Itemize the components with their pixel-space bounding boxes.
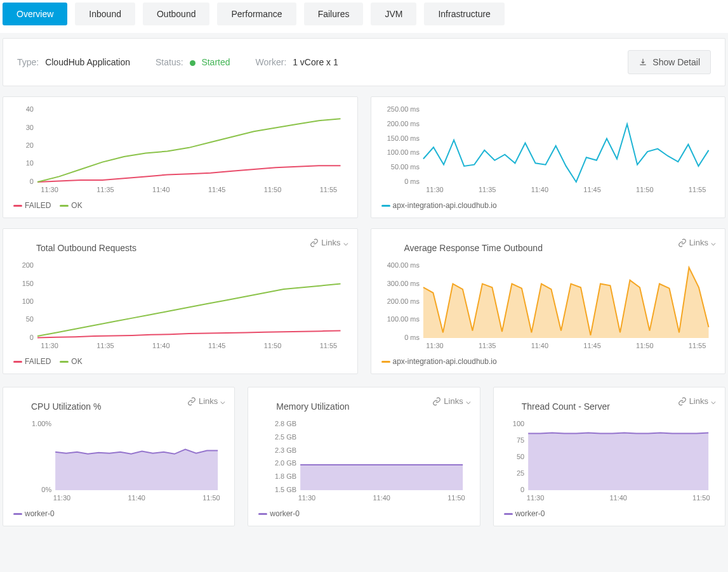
svg-text:11:55: 11:55 <box>320 342 337 349</box>
status-label: Status: <box>156 57 183 67</box>
svg-text:0: 0 <box>30 334 34 341</box>
legend-ok: OK <box>71 357 82 366</box>
legend-worker: worker-0 <box>270 509 300 518</box>
inbound-response-card: 0 ms50.00 ms100.00 ms150.00 ms200.00 ms2… <box>371 96 726 218</box>
card-title: Average Response Time Outbound <box>404 243 715 253</box>
svg-text:11:40: 11:40 <box>531 186 548 193</box>
status-value: Started <box>201 57 230 67</box>
outbound-response-card: Links ⌵ Average Response Time Outbound 0… <box>371 228 726 374</box>
svg-text:11:50: 11:50 <box>636 186 653 193</box>
svg-text:0: 0 <box>30 178 34 185</box>
type-label: Type: <box>17 57 39 67</box>
svg-text:0 ms: 0 ms <box>404 334 420 341</box>
show-detail-button[interactable]: Show Detail <box>628 50 711 74</box>
download-icon <box>639 58 647 67</box>
svg-text:11:40: 11:40 <box>128 494 145 502</box>
svg-text:11:30: 11:30 <box>426 342 443 349</box>
threads-chart: 025507510011:3011:4011:50 <box>506 420 715 503</box>
cpu-chart: 0%1.00%11:3011:4011:50 <box>16 420 224 503</box>
outbound-requests-card: Links ⌵ Total Outbound Requests 05010015… <box>3 228 358 374</box>
worker-field: Worker: 1 vCore x 1 <box>256 57 338 67</box>
link-icon <box>678 238 687 247</box>
show-detail-label: Show Detail <box>652 57 700 67</box>
threads-card: Links ⌵ Thread Count - Server 0255075100… <box>493 387 725 526</box>
legend-failed: FAILED <box>25 201 51 210</box>
tab-bar: Overview Inbound Outbound Performance Fa… <box>0 0 728 33</box>
svg-text:0 ms: 0 ms <box>404 178 420 185</box>
svg-text:100: 100 <box>512 420 524 427</box>
links-label: Links <box>689 238 708 247</box>
svg-text:10: 10 <box>26 159 34 167</box>
svg-text:30: 30 <box>26 124 34 131</box>
tab-jvm[interactable]: JVM <box>371 3 416 25</box>
links-dropdown[interactable]: Links ⌵ <box>678 238 716 247</box>
cpu-legend: worker-0 <box>13 509 224 518</box>
chevron-down-icon: ⌵ <box>220 396 225 406</box>
svg-text:400.00 ms: 400.00 ms <box>387 262 420 269</box>
links-dropdown[interactable]: Links ⌵ <box>432 396 470 406</box>
svg-text:0%: 0% <box>41 486 51 493</box>
svg-text:11:30: 11:30 <box>526 494 544 502</box>
svg-text:25: 25 <box>517 469 524 477</box>
tab-failures[interactable]: Failures <box>304 3 364 25</box>
inbound-legend: FAILED OK <box>13 201 347 210</box>
chevron-down-icon: ⌵ <box>343 238 348 247</box>
svg-text:50: 50 <box>26 315 34 323</box>
svg-text:100.00 ms: 100.00 ms <box>387 148 420 156</box>
memory-chart: 1.5 GB1.8 GB2.0 GB2.3 GB2.5 GB2.8 GB11:3… <box>261 420 469 503</box>
svg-text:11:30: 11:30 <box>41 186 58 193</box>
tab-infrastructure[interactable]: Infrastructure <box>424 3 504 25</box>
svg-text:11:40: 11:40 <box>531 342 548 349</box>
chevron-down-icon: ⌵ <box>711 396 716 406</box>
inbound-requests-card: 01020304011:3011:3511:4011:4511:5011:55 … <box>3 96 358 218</box>
svg-text:100.00 ms: 100.00 ms <box>387 315 420 323</box>
svg-text:200.00 ms: 200.00 ms <box>387 120 420 127</box>
svg-text:11:35: 11:35 <box>478 186 495 193</box>
svg-text:2.8 GB: 2.8 GB <box>275 420 296 427</box>
cpu-card: Links ⌵ CPU Utilization % 0%1.00%11:3011… <box>3 387 235 526</box>
links-label: Links <box>689 396 708 406</box>
svg-text:11:40: 11:40 <box>609 494 627 502</box>
svg-text:11:50: 11:50 <box>636 342 653 349</box>
inbound-chart: 01020304011:3011:3511:4011:4511:5011:55 <box>16 106 347 195</box>
links-label: Links <box>444 396 463 406</box>
svg-text:200.00 ms: 200.00 ms <box>387 297 420 305</box>
svg-text:11:45: 11:45 <box>583 186 600 193</box>
worker-value: 1 vCore x 1 <box>293 57 338 67</box>
chevron-down-icon: ⌵ <box>711 238 716 247</box>
svg-text:75: 75 <box>517 436 524 444</box>
svg-text:11:35: 11:35 <box>96 342 114 349</box>
svg-text:40: 40 <box>26 106 34 113</box>
svg-text:11:35: 11:35 <box>478 342 495 349</box>
tab-outbound[interactable]: Outbound <box>143 3 210 25</box>
legend-worker: worker-0 <box>515 509 545 518</box>
outbound-response-legend: apx-integration-api.cloudhub.io <box>381 357 715 366</box>
tab-overview[interactable]: Overview <box>3 3 67 25</box>
link-icon <box>310 238 319 247</box>
legend-host: apx-integration-api.cloudhub.io <box>393 357 497 366</box>
tab-inbound[interactable]: Inbound <box>75 3 135 25</box>
legend-worker: worker-0 <box>25 509 55 518</box>
links-dropdown[interactable]: Links ⌵ <box>310 238 348 247</box>
svg-text:2.0 GB: 2.0 GB <box>275 459 296 467</box>
links-dropdown[interactable]: Links ⌵ <box>678 396 716 406</box>
tab-performance[interactable]: Performance <box>217 3 296 25</box>
link-icon <box>678 397 687 406</box>
svg-text:11:30: 11:30 <box>426 186 443 193</box>
type-field: Type: CloudHub Application <box>17 57 130 67</box>
svg-text:1.8 GB: 1.8 GB <box>275 472 296 480</box>
outbound-response-chart: 0 ms100.00 ms200.00 ms300.00 ms400.00 ms… <box>384 262 715 351</box>
status-field: Status: Started <box>156 57 230 67</box>
svg-text:11:30: 11:30 <box>41 342 58 349</box>
link-icon <box>187 397 196 406</box>
links-label: Links <box>321 238 340 247</box>
svg-text:200: 200 <box>22 262 34 269</box>
links-dropdown[interactable]: Links ⌵ <box>187 396 225 406</box>
links-label: Links <box>199 396 218 406</box>
svg-text:11:30: 11:30 <box>298 494 316 502</box>
svg-text:11:40: 11:40 <box>152 342 169 349</box>
svg-text:1.5 GB: 1.5 GB <box>275 486 296 493</box>
svg-text:100: 100 <box>22 297 34 305</box>
threads-legend: worker-0 <box>504 509 715 518</box>
link-icon <box>432 397 441 406</box>
